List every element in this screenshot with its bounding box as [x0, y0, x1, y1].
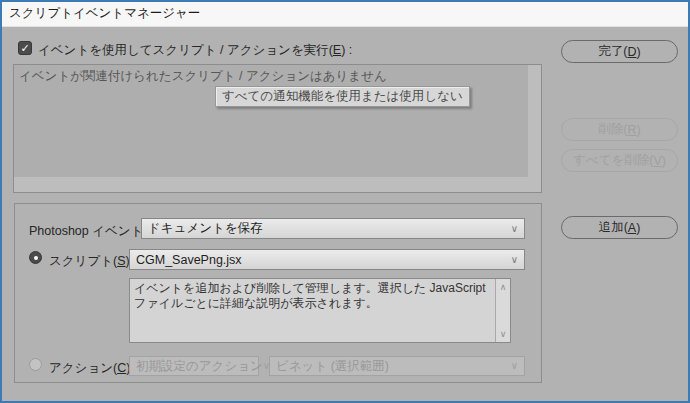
event-form-group: Photoshop イベント : ドキュメントを保存 ∨ スクリプト(S) : …: [14, 203, 542, 383]
action-value: ビネット (選択範囲): [276, 358, 389, 375]
action-set-select[interactable]: 初期設定のアクション ∨: [129, 356, 259, 376]
photoshop-event-label: Photoshop イベント :: [29, 223, 150, 240]
dialog-title: スクリプトイベントマネージャー: [9, 5, 200, 22]
check-icon: ✓: [20, 42, 29, 54]
enable-events-label: イベントを使用してスクリプト / アクションを実行(E) :: [38, 42, 352, 59]
photoshop-event-select[interactable]: ドキュメントを保存 ∨: [141, 218, 525, 239]
tooltip-text: すべての通知機能を使用または使用しない: [222, 88, 463, 105]
script-select[interactable]: CGM_SavePng.jsx ∨: [129, 249, 525, 270]
titlebar[interactable]: スクリプトイベントマネージャー: [0, 0, 690, 27]
script-radio[interactable]: [29, 251, 42, 264]
chevron-down-icon: ∨: [511, 361, 518, 371]
scroll-down-icon[interactable]: ∨: [496, 327, 510, 341]
script-value: CGM_SavePng.jsx: [136, 253, 242, 267]
action-label: アクション(C):: [49, 360, 134, 377]
event-list-box[interactable]: イベントが関連付けられたスクリプト / アクションはありません: [13, 64, 542, 193]
script-events-manager-dialog: スクリプトイベントマネージャー ✓ イベントを使用してスクリプト / アクション…: [0, 0, 690, 403]
action-select[interactable]: ビネット (選択範囲) ∨: [269, 356, 525, 376]
action-set-value: 初期設定のアクション: [136, 358, 263, 375]
script-label: スクリプト(S) :: [49, 253, 137, 270]
description-scrollbar[interactable]: ∧ ∨: [495, 279, 510, 342]
remove-all-button[interactable]: すべてを削除(V): [561, 149, 678, 172]
chevron-down-icon: ∨: [511, 224, 518, 234]
add-button[interactable]: 追加(A): [561, 216, 678, 239]
tooltip: すべての通知機能を使用または使用しない: [215, 86, 470, 107]
script-description-box[interactable]: イベントを追加および削除して管理します。選択した JavaScript ファイル…: [129, 278, 511, 343]
event-list-empty-message: イベントが関連付けられたスクリプト / アクションはありません: [14, 65, 528, 88]
event-list-area[interactable]: イベントが関連付けられたスクリプト / アクションはありません: [14, 65, 528, 177]
scroll-up-icon[interactable]: ∧: [496, 280, 510, 294]
done-button[interactable]: 完了(D): [561, 40, 678, 63]
remove-button[interactable]: 削除(R): [561, 118, 678, 141]
action-radio[interactable]: [29, 358, 42, 371]
script-description-text: イベントを追加および削除して管理します。選択した JavaScript ファイル…: [130, 279, 495, 342]
enable-events-checkbox[interactable]: ✓: [18, 41, 32, 55]
chevron-down-icon: ∨: [511, 255, 518, 265]
photoshop-event-value: ドキュメントを保存: [148, 220, 263, 237]
